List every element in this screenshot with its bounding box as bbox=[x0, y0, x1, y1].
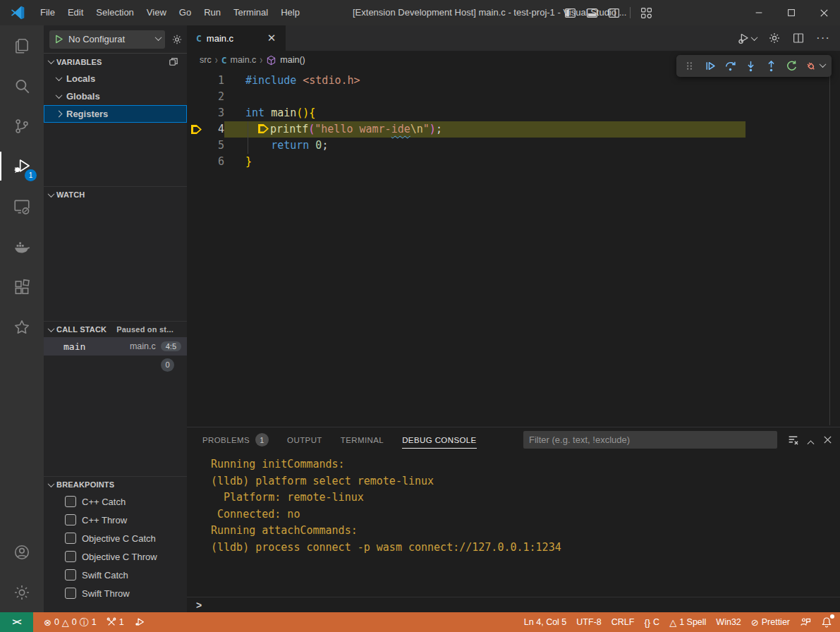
spell-checker-status[interactable]: △ 1 Spell bbox=[664, 612, 711, 632]
menu-help[interactable]: Help bbox=[274, 7, 306, 18]
start-debugging-icon[interactable] bbox=[54, 34, 64, 44]
tree-item-label: Globals bbox=[66, 91, 100, 102]
panel-tab-output[interactable]: OUTPUT bbox=[287, 427, 322, 452]
customize-layout-icon[interactable] bbox=[640, 7, 652, 19]
docker-icon[interactable] bbox=[0, 226, 44, 267]
variables-item-globals[interactable]: Globals bbox=[44, 87, 187, 105]
code-line[interactable]: 3int main(){ bbox=[187, 105, 840, 121]
maximize-panel-icon[interactable] bbox=[808, 440, 815, 447]
debug-console-input[interactable]: > bbox=[187, 597, 840, 612]
extensions-icon[interactable] bbox=[0, 267, 44, 307]
variables-section-header[interactable]: VARIABLES bbox=[44, 54, 187, 70]
code-line[interactable]: 5 return 0; bbox=[187, 138, 840, 154]
variables-item-locals[interactable]: Locals bbox=[44, 70, 187, 87]
platform-status[interactable]: Win32 bbox=[711, 612, 745, 632]
debug-status[interactable] bbox=[129, 612, 150, 632]
problems-status[interactable]: ⊗ 0 △ 0 ⓘ 1 bbox=[39, 612, 102, 632]
toolbar-drag-grip[interactable] bbox=[679, 56, 700, 75]
remote-indicator[interactable]: >< bbox=[0, 612, 33, 632]
source-control-icon[interactable] bbox=[0, 106, 44, 146]
breakpoint-checkbox[interactable] bbox=[65, 569, 76, 581]
code-line[interactable]: 4 printf("hello wamr-ide\n"); bbox=[187, 121, 840, 138]
step-over-button[interactable] bbox=[720, 56, 741, 75]
stack-frame-row[interactable]: main main.c 4:5 bbox=[44, 337, 187, 356]
minimize-button[interactable] bbox=[743, 0, 775, 25]
explorer-icon[interactable] bbox=[0, 25, 44, 66]
breakpoint-checkbox[interactable] bbox=[65, 551, 76, 562]
breakpoint-row[interactable]: Swift Throw bbox=[44, 584, 187, 602]
menu-selection[interactable]: Selection bbox=[90, 7, 140, 18]
tab-main-c[interactable]: C main.c ✕ bbox=[187, 25, 286, 51]
menu-terminal[interactable]: Terminal bbox=[227, 7, 274, 18]
cursor-position[interactable]: Ln 4, Col 5 bbox=[519, 612, 571, 632]
notifications-button[interactable] bbox=[816, 612, 837, 632]
breadcrumb-src[interactable]: src bbox=[200, 55, 212, 65]
formatter-status[interactable]: ⊘ Prettier bbox=[746, 612, 795, 632]
remote-explorer-icon[interactable] bbox=[0, 186, 44, 226]
close-panel-icon[interactable] bbox=[822, 435, 833, 445]
account-icon[interactable] bbox=[0, 532, 44, 572]
breakpoint-row[interactable]: Swift Catch bbox=[44, 566, 187, 584]
copy-value-icon[interactable] bbox=[168, 56, 178, 67]
breakpoint-checkbox[interactable] bbox=[65, 496, 76, 507]
search-icon[interactable] bbox=[0, 66, 44, 106]
restart-button[interactable] bbox=[781, 56, 802, 75]
run-and-debug-icon[interactable]: 1 bbox=[0, 146, 44, 186]
warning-count: 0 bbox=[72, 617, 77, 627]
star-icon[interactable] bbox=[0, 307, 44, 347]
breakpoints-section-header[interactable]: BREAKPOINTS bbox=[44, 476, 187, 492]
toggle-sidebar-icon[interactable] bbox=[564, 7, 576, 19]
language-mode[interactable]: {} C bbox=[639, 612, 664, 632]
tab-close-icon[interactable]: ✕ bbox=[264, 31, 279, 45]
menu-run[interactable]: Run bbox=[197, 7, 227, 18]
variables-item-registers[interactable]: Registers bbox=[44, 105, 187, 123]
split-editor-icon[interactable] bbox=[792, 32, 805, 44]
code-editor[interactable]: 1#include <stdio.h>23int main(){4 printf… bbox=[187, 69, 840, 170]
toggle-secondary-sidebar-icon[interactable] bbox=[608, 7, 620, 19]
debug-console-output[interactable]: Running initCommands:(lldb) platform sel… bbox=[187, 452, 840, 597]
breakpoint-checkbox[interactable] bbox=[65, 588, 76, 599]
feedback-button[interactable] bbox=[795, 612, 816, 632]
encoding-select[interactable]: UTF-8 bbox=[571, 612, 606, 632]
breakpoint-row[interactable]: C++ Throw bbox=[44, 511, 187, 529]
breakpoint-row[interactable]: C++ Catch bbox=[44, 492, 187, 511]
gear-icon[interactable] bbox=[768, 32, 781, 44]
ports-status[interactable]: 1 bbox=[102, 612, 129, 632]
panel-tab-terminal[interactable]: TERMINAL bbox=[341, 427, 384, 452]
panel-tab-problems[interactable]: PROBLEMS1 bbox=[202, 427, 269, 452]
menu-view[interactable]: View bbox=[140, 7, 173, 18]
code-line[interactable]: 2 bbox=[187, 89, 840, 105]
breadcrumb-symbol[interactable]: main() bbox=[280, 55, 305, 65]
breadcrumb-file[interactable]: main.c bbox=[231, 55, 257, 65]
settings-gear-icon[interactable] bbox=[0, 572, 44, 612]
breakpoint-checkbox[interactable] bbox=[65, 514, 76, 525]
menu-file[interactable]: File bbox=[34, 7, 61, 18]
editor-scrollbar[interactable] bbox=[829, 71, 830, 425]
console-filter-input[interactable] bbox=[523, 431, 777, 449]
launch-config-dropdown[interactable]: No Configurat bbox=[49, 30, 165, 49]
close-button[interactable] bbox=[808, 0, 840, 25]
debug-settings-gear-icon[interactable] bbox=[171, 34, 183, 45]
watch-section-header[interactable]: WATCH bbox=[44, 186, 187, 202]
breakpoint-row[interactable]: Objective C Throw bbox=[44, 547, 187, 566]
clear-console-icon[interactable] bbox=[787, 434, 799, 446]
disconnect-button[interactable] bbox=[802, 56, 819, 75]
chevron-down-icon[interactable] bbox=[820, 61, 827, 68]
continue-button[interactable] bbox=[700, 56, 720, 75]
maximize-button[interactable] bbox=[775, 0, 808, 25]
more-actions-icon[interactable]: ··· bbox=[816, 35, 830, 42]
call-stack-section-header[interactable]: CALL STACK Paused on st... bbox=[44, 321, 187, 337]
step-out-button[interactable] bbox=[761, 56, 781, 75]
panel-tab-debug-console[interactable]: DEBUG CONSOLE bbox=[402, 427, 477, 452]
menu-edit[interactable]: Edit bbox=[61, 7, 90, 18]
menu-go[interactable]: Go bbox=[173, 7, 197, 18]
breakpoint-checkbox[interactable] bbox=[65, 533, 76, 544]
toggle-panel-icon[interactable] bbox=[586, 7, 598, 19]
run-or-debug-button[interactable] bbox=[737, 32, 757, 45]
panel-tab-label: OUTPUT bbox=[287, 436, 322, 444]
code-line[interactable]: 6} bbox=[187, 154, 840, 170]
panel-tabs: PROBLEMS1OUTPUTTERMINALDEBUG CONSOLE bbox=[202, 427, 477, 452]
breakpoint-row[interactable]: Objective C Catch bbox=[44, 529, 187, 547]
eol-select[interactable]: CRLF bbox=[607, 612, 640, 632]
step-into-button[interactable] bbox=[741, 56, 761, 75]
